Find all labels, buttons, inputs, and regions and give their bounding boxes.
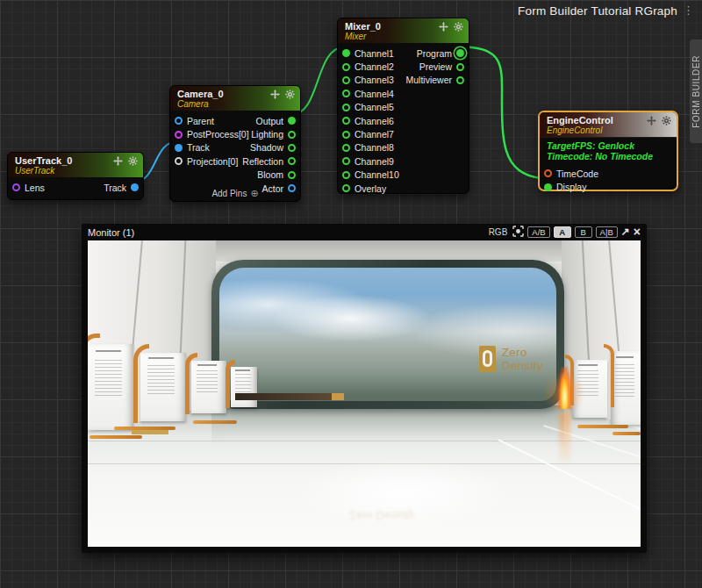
- pin-label: Lens: [25, 183, 45, 193]
- pin-shadow[interactable]: [288, 144, 296, 152]
- studio-crate: [611, 351, 641, 425]
- studio-ceiling-shade: [193, 240, 579, 262]
- node-subtitle: Mixer: [345, 32, 462, 41]
- pin-row-channel6: Channel6: [342, 114, 399, 127]
- gear-icon[interactable]: [662, 116, 671, 125]
- rgraph-canvas[interactable]: { "header": { "title": "Form Builder Tut…: [0, 0, 702, 588]
- form-builder-tab[interactable]: FORM BUILDER: [690, 39, 702, 143]
- expand-icon[interactable]: ↗: [621, 226, 630, 238]
- node-usertrack[interactable]: UserTrack_0 UserTrack Lens Track: [7, 152, 144, 200]
- sky-view: [219, 268, 556, 401]
- form-builder-tab-label: FORM BUILDER: [691, 55, 701, 128]
- pin-label: Output: [255, 116, 283, 126]
- pin-channel7[interactable]: [342, 131, 350, 139]
- pin-channel10[interactable]: [342, 171, 350, 179]
- pin-channel1[interactable]: [342, 49, 350, 57]
- pin-program[interactable]: [456, 49, 464, 57]
- orange-pipe: [133, 344, 149, 423]
- view-a-button[interactable]: A: [554, 226, 571, 238]
- node-mixer[interactable]: Mixer_0 Mixer Channel1 Channel2 Channel3…: [337, 18, 469, 194]
- pin-label: Projection[0]: [187, 156, 238, 167]
- pin-row-program: Program: [405, 47, 464, 60]
- move-icon[interactable]: [647, 116, 656, 125]
- rgb-label: RGB: [489, 227, 508, 237]
- gold-plank: [132, 430, 168, 434]
- node-mixer-header[interactable]: Mixer_0 Mixer: [338, 18, 469, 43]
- pin-bloom[interactable]: [288, 171, 296, 179]
- pin-lens[interactable]: [12, 183, 20, 191]
- floor-pipe: [577, 425, 628, 428]
- ab-blend-button[interactable]: A/B: [527, 226, 549, 238]
- view-b-button[interactable]: B: [575, 226, 592, 238]
- pin-display[interactable]: [544, 183, 552, 191]
- pin-row-channel4: Channel4: [342, 87, 399, 100]
- move-icon[interactable]: [270, 90, 280, 99]
- pin-label: PostProcess[0]: [187, 129, 249, 140]
- close-icon[interactable]: ×: [634, 226, 641, 238]
- pin-channel6[interactable]: [342, 117, 350, 125]
- pin-row-postprocess: PostProcess[0]: [175, 127, 249, 140]
- pin-channel4[interactable]: [342, 90, 350, 97]
- pin-row-lighting: Lighting: [242, 127, 296, 140]
- info-timecode: Timecode: No Timecode: [547, 151, 670, 161]
- monitor-titlebar[interactable]: Monitor (1) RGB A/B A B A|B ↗ ×: [82, 224, 647, 240]
- pin-label: Display: [556, 182, 586, 192]
- pin-channel8[interactable]: [342, 144, 350, 152]
- pin-label: Bloom: [257, 169, 283, 180]
- node-camera-header[interactable]: Camera_0 Camera: [170, 86, 300, 111]
- pin-channel5[interactable]: [342, 104, 350, 111]
- pin-label: Channel2: [355, 61, 394, 72]
- pin-track[interactable]: [175, 144, 183, 152]
- floor-tile-line: [88, 441, 641, 441]
- pin-reflection[interactable]: [288, 157, 296, 165]
- pin-row-track-out: Track: [104, 181, 139, 194]
- monitor-window[interactable]: Monitor (1) RGB A/B A B A|B ↗ × Ze: [82, 224, 647, 553]
- pin-postprocess[interactable]: [175, 131, 183, 139]
- orange-pipe: [88, 333, 100, 432]
- pin-timecode[interactable]: [544, 169, 552, 177]
- more-options-icon[interactable]: ⋮: [683, 4, 694, 17]
- pin-label: Parent: [187, 116, 214, 126]
- node-usertrack-header[interactable]: UserTrack_0 UserTrack: [8, 153, 143, 177]
- pin-label: Reflection: [242, 156, 283, 167]
- move-icon[interactable]: [113, 156, 123, 166]
- pin-channel9[interactable]: [342, 157, 350, 165]
- pin-row-lens: Lens: [12, 181, 45, 194]
- move-icon[interactable]: [439, 22, 448, 32]
- pin-multiviewer[interactable]: [456, 76, 464, 84]
- gear-icon[interactable]: [454, 22, 463, 32]
- logo-floor-reflection: Zero Density: [349, 509, 472, 522]
- gear-icon[interactable]: [285, 90, 295, 99]
- pin-row-channel5: Channel5: [342, 101, 399, 114]
- pin-actor[interactable]: [288, 184, 296, 192]
- node-enginecontrol[interactable]: EngineControl EngineControl TargetFPS: G…: [538, 111, 678, 191]
- pin-row-shadow: Shadow: [242, 141, 296, 154]
- pin-label: Shadow: [250, 142, 283, 153]
- orange-pipe: [226, 360, 235, 408]
- pin-output[interactable]: [288, 117, 296, 125]
- pin-label: Track: [187, 142, 210, 153]
- pin-channel3[interactable]: [342, 76, 350, 84]
- split-ab-button[interactable]: A|B: [596, 226, 618, 238]
- pin-parent[interactable]: [175, 117, 183, 125]
- pin-row-display: Display: [544, 180, 598, 193]
- node-enginecontrol-header[interactable]: EngineControl EngineControl: [540, 112, 677, 137]
- node-info: TargetFPS: Genlock Timecode: No Timecode: [540, 137, 677, 165]
- pin-row-parent: Parent: [175, 114, 249, 127]
- pin-lighting[interactable]: [288, 131, 296, 139]
- flame: [557, 367, 572, 409]
- graph-title: Form Builder Tutorial RGraph: [518, 4, 677, 18]
- pin-overlay[interactable]: [342, 184, 350, 192]
- node-camera[interactable]: Camera_0 Camera Parent PostProcess[0] Tr…: [169, 85, 301, 202]
- pin-channel2[interactable]: [342, 63, 350, 71]
- pin-label: Channel6: [355, 116, 394, 126]
- focus-icon[interactable]: [512, 225, 524, 240]
- pin-projection[interactable]: [175, 157, 183, 165]
- pin-track-output[interactable]: [131, 183, 139, 191]
- zero-density-logo: Zero Density: [479, 346, 564, 372]
- pin-preview[interactable]: [456, 63, 464, 71]
- node-subtitle: UserTrack: [15, 166, 137, 176]
- gear-icon[interactable]: [128, 156, 138, 166]
- pin-label: Program: [417, 48, 452, 59]
- pin-label: Channel1: [355, 48, 394, 59]
